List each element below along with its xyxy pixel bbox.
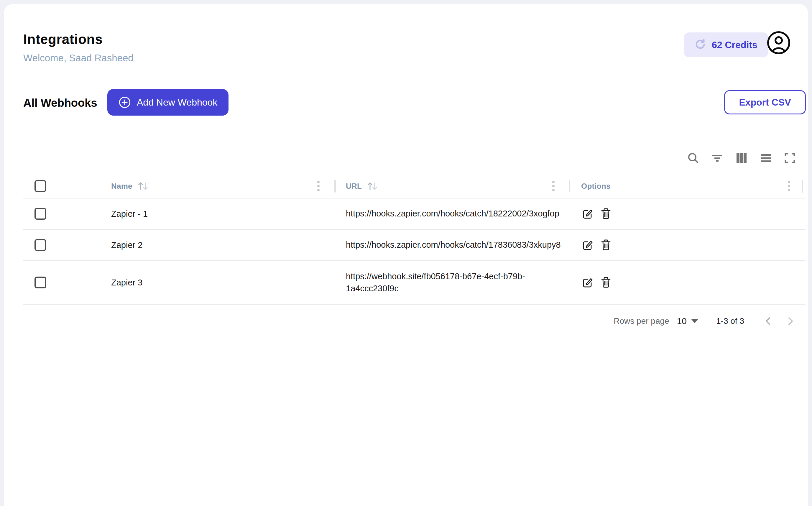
select-all-checkbox[interactable] xyxy=(34,180,46,192)
webhook-url: https://hooks.zapier.com/hooks/catch/182… xyxy=(346,207,559,220)
previous-page-button[interactable] xyxy=(761,314,776,328)
webhook-name: Zapier 3 xyxy=(111,278,143,287)
trash-icon xyxy=(600,276,612,288)
edit-icon xyxy=(582,208,594,220)
column-separator[interactable] xyxy=(802,180,803,192)
grid-toolbar xyxy=(687,152,796,165)
rows-per-page-value: 10 xyxy=(677,316,687,326)
table-row: Zapier - 1 https://hooks.zapier.com/hook… xyxy=(23,198,806,230)
name-column-menu-button[interactable] xyxy=(313,180,324,192)
welcome-text: Welcome, Saad Rasheed xyxy=(23,53,133,64)
kebab-menu-icon xyxy=(317,180,320,192)
chevron-right-icon xyxy=(785,316,795,326)
rows-per-page-label: Rows per page xyxy=(614,316,669,326)
pagination-range: 1-3 of 3 xyxy=(716,316,744,326)
row-checkbox[interactable] xyxy=(34,208,46,220)
delete-webhook-button[interactable] xyxy=(600,239,612,252)
delete-webhook-button[interactable] xyxy=(600,207,612,220)
dropdown-arrow-icon xyxy=(692,319,698,323)
edit-webhook-button[interactable] xyxy=(581,239,594,252)
user-circle-icon xyxy=(766,31,791,55)
search-button[interactable] xyxy=(687,152,700,165)
header-name-cell[interactable]: Name xyxy=(65,174,335,198)
edit-webhook-button[interactable] xyxy=(581,207,594,220)
filter-button[interactable] xyxy=(711,152,724,165)
options-column-menu-button[interactable] xyxy=(784,180,794,192)
page-title: Integrations xyxy=(23,31,103,47)
main-card: Integrations Welcome, Saad Rasheed 62 Cr… xyxy=(4,4,808,506)
export-csv-button[interactable]: Export CSV xyxy=(724,90,806,114)
section-heading: All Webhooks xyxy=(23,97,97,109)
webhook-name: Zapier - 1 xyxy=(111,209,148,219)
chevron-left-icon xyxy=(763,316,774,326)
webhook-name: Zapier 2 xyxy=(111,240,143,250)
credits-button[interactable]: 62 Credits xyxy=(684,32,768,57)
webhook-url: https://webhook.site/fb056178-b67e-4ecf-… xyxy=(346,270,525,294)
avatar[interactable] xyxy=(766,31,791,55)
refresh-icon xyxy=(695,39,706,51)
edit-webhook-button[interactable] xyxy=(581,276,594,289)
table-pagination: Rows per page 10 1-3 of 3 xyxy=(23,305,806,338)
url-column-menu-button[interactable] xyxy=(548,180,559,192)
add-new-webhook-label: Add New Webhook xyxy=(137,97,217,108)
delete-webhook-button[interactable] xyxy=(600,276,612,289)
trash-icon xyxy=(600,208,612,220)
fullscreen-button[interactable] xyxy=(784,152,796,165)
header-url-cell[interactable]: URL xyxy=(335,174,570,198)
credits-label: 62 Credits xyxy=(712,39,757,51)
columns-icon xyxy=(735,152,748,165)
table-header-row: Name URL xyxy=(23,174,806,198)
webhooks-table: Name URL xyxy=(23,174,806,338)
table-row: Zapier 2 https://hooks.zapier.com/hooks/… xyxy=(23,230,806,261)
header-options-cell[interactable]: Options xyxy=(570,174,806,198)
edit-icon xyxy=(582,239,594,251)
row-checkbox[interactable] xyxy=(34,239,46,251)
plus-circle-icon xyxy=(118,96,131,108)
sort-arrows-icon xyxy=(137,181,149,191)
kebab-menu-icon xyxy=(552,180,555,192)
kebab-menu-icon xyxy=(788,180,791,192)
sort-arrows-icon xyxy=(366,181,378,191)
next-page-button[interactable] xyxy=(783,314,797,328)
column-header-url: URL xyxy=(346,182,362,191)
rows-per-page-select[interactable]: 10 xyxy=(677,316,698,326)
filter-icon xyxy=(711,152,724,165)
fullscreen-icon xyxy=(784,152,796,165)
header-checkbox-cell xyxy=(23,180,65,192)
columns-button[interactable] xyxy=(735,152,748,165)
table-row: Zapier 3 https://webhook.site/fb056178-b… xyxy=(23,261,806,305)
search-icon xyxy=(687,152,700,165)
column-header-options: Options xyxy=(581,182,611,191)
density-icon xyxy=(759,152,772,165)
edit-icon xyxy=(582,276,594,288)
webhook-url: https://hooks.zapier.com/hooks/catch/178… xyxy=(346,239,561,251)
row-checkbox[interactable] xyxy=(34,276,46,288)
density-button[interactable] xyxy=(759,152,772,165)
add-new-webhook-button[interactable]: Add New Webhook xyxy=(107,89,229,115)
column-header-name: Name xyxy=(111,182,132,191)
trash-icon xyxy=(600,239,612,251)
